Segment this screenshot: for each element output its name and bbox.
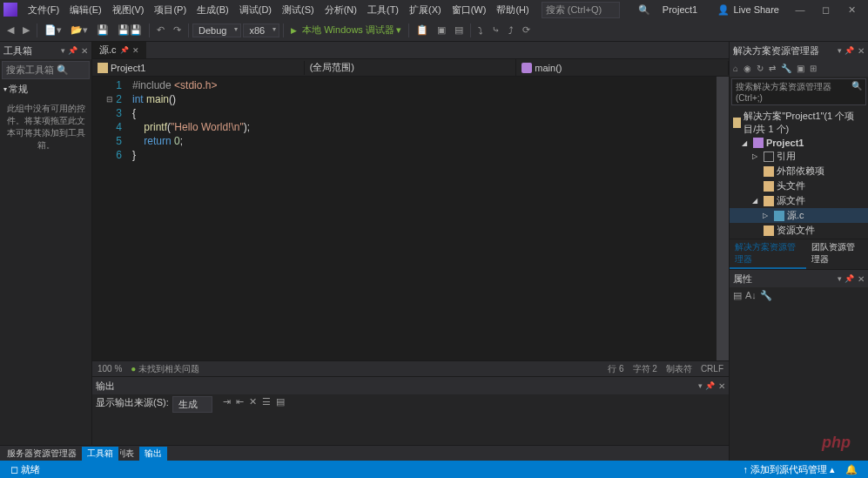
sol-tool-icon[interactable]: ◉ [742, 63, 753, 74]
new-item-button[interactable]: 📄▾ [41, 23, 65, 37]
step-over-button[interactable]: ⤵ [474, 24, 487, 37]
tree-project[interactable]: ◢Project1 [730, 137, 868, 149]
menu-analyze[interactable]: 分析(N) [320, 2, 362, 18]
home-icon[interactable]: ⌂ [731, 63, 740, 74]
menu-edit[interactable]: 编辑(E) [64, 2, 107, 18]
sol-tool-icon[interactable]: ⇄ [767, 63, 777, 74]
bottom-tabs-left: 服务器资源管理器 工具箱 [0, 445, 120, 461]
undo-button[interactable]: ↶ [153, 23, 168, 37]
tree-resources[interactable]: 资源文件 [730, 223, 868, 238]
nav-project[interactable]: Project1 [92, 61, 305, 75]
menu-build[interactable]: 生成(B) [192, 2, 234, 18]
vertical-scrollbar[interactable] [717, 77, 729, 360]
tb-icon-2[interactable]: ▣ [434, 23, 449, 37]
start-debug-button[interactable]: 本地 Windows 调试器 ▾ [287, 22, 405, 38]
output-tool-icon[interactable]: ▤ [276, 396, 285, 407]
output-tool-icon[interactable]: ⇥ [223, 396, 231, 407]
tab-pin-icon[interactable]: 📌 [120, 46, 129, 54]
platform-dropdown[interactable]: x86 [243, 24, 279, 37]
tb-icon-3[interactable]: ▤ [451, 23, 467, 37]
sol-tool-icon[interactable]: 🔧 [779, 63, 793, 74]
close-window-button[interactable]: ✕ [840, 4, 865, 16]
tab-server-explorer[interactable]: 服务器资源管理器 [2, 447, 82, 461]
close-icon[interactable]: ✕ [81, 46, 88, 56]
toolbox-search-input[interactable]: 搜索工具箱 🔍 [2, 61, 90, 79]
menu-view[interactable]: 视图(V) [107, 2, 150, 18]
editor-panel: 源.c 📌 ✕ Project1 (全局范围) main() 1 ⊟2 3 4 … [92, 42, 729, 461]
props-tool-icon[interactable]: 🔧 [760, 290, 772, 301]
tab-close-icon[interactable]: ✕ [132, 46, 139, 55]
tree-references[interactable]: ▷引用 [730, 149, 868, 164]
tree-external-deps[interactable]: 外部依赖项 [730, 164, 868, 178]
tb-icon-7[interactable]: ⟳ [519, 23, 534, 37]
indent-mode[interactable]: 制表符 [666, 363, 692, 375]
pin-icon[interactable]: ▾ 📌 [698, 381, 715, 390]
maximize-button[interactable]: ◻ [814, 4, 838, 16]
tree-headers[interactable]: 头文件 [730, 178, 868, 193]
menu-help[interactable]: 帮助(H) [491, 2, 534, 18]
search-icon: 🔍 [851, 81, 862, 103]
notifications-icon[interactable]: 🔔 [840, 464, 863, 475]
tab-output[interactable]: 输出 [139, 447, 167, 461]
solution-search-input[interactable]: 搜索解决方案资源管理器(Ctrl+;)🔍 [731, 78, 866, 105]
nav-scope[interactable]: (全局范围) [305, 59, 517, 76]
project-icon [753, 138, 764, 148]
menu-extensions[interactable]: 扩展(X) [404, 2, 447, 18]
solution-tree: 解决方案"Project1"(1 个项目/共 1 个) ◢Project1 ▷引… [730, 107, 868, 239]
menu-window[interactable]: 窗口(W) [447, 2, 492, 18]
step-out-button[interactable]: ⤴ [505, 24, 517, 37]
close-icon[interactable]: ✕ [718, 381, 725, 391]
tree-source-file[interactable]: ▷源.c [730, 208, 868, 223]
search-icon[interactable]: 🔍 [633, 4, 656, 16]
categorize-icon[interactable]: ▤ [733, 290, 742, 301]
menu-debug[interactable]: 调试(D) [234, 2, 277, 18]
file-tab-active[interactable]: 源.c 📌 ✕ [92, 42, 146, 58]
project-name-label: Project1 [663, 4, 697, 15]
output-header: 输出 ▾ 📌 ✕ [92, 377, 729, 394]
sol-tool-icon[interactable]: ▣ [795, 63, 806, 74]
sol-tool-icon[interactable]: ↻ [755, 63, 765, 74]
code-editor[interactable]: 1 ⊟2 3 4 5 6 #include <stdio.h> int main… [92, 77, 729, 360]
pin-icon[interactable]: ▾ 📌 [838, 274, 854, 283]
nav-forward-button[interactable]: ▶ [19, 23, 33, 37]
tree-sources[interactable]: ◢源文件 [730, 193, 868, 208]
tb-icon-1[interactable]: 📋 [413, 23, 432, 37]
menu-tools[interactable]: 工具(T) [362, 2, 404, 18]
pin-icon[interactable]: ▾ 📌 [61, 46, 77, 55]
menu-test[interactable]: 测试(S) [277, 2, 320, 18]
source-control-button[interactable]: ↑ 添加到源代码管理 ▴ [738, 463, 841, 476]
zoom-level[interactable]: 100 % [98, 364, 122, 374]
output-tool-icon[interactable]: ☰ [262, 396, 271, 407]
pin-icon[interactable]: ▾ 📌 [838, 46, 854, 55]
close-icon[interactable]: ✕ [858, 46, 865, 56]
open-button[interactable]: 📂▾ [67, 23, 91, 37]
close-icon[interactable]: ✕ [858, 274, 865, 284]
save-all-button[interactable]: 💾💾 [114, 23, 145, 37]
nav-back-button[interactable]: ◀ [3, 23, 17, 37]
toolbox-section-general[interactable]: 常规 [0, 81, 91, 98]
sol-tool-icon[interactable]: ⊞ [808, 63, 818, 74]
code-area[interactable]: #include <stdio.h> int main() { printf("… [129, 77, 729, 360]
output-tool-icon[interactable]: ✕ [249, 396, 257, 407]
quick-search-input[interactable]: 搜索 (Ctrl+Q) [542, 2, 620, 18]
fold-icon[interactable]: ⊟ [106, 92, 113, 106]
config-dropdown[interactable]: Debug [192, 24, 241, 37]
live-share-button[interactable]: 👤 Live Share [710, 4, 786, 16]
tab-solution-explorer[interactable]: 解决方案资源管理器 [730, 239, 806, 269]
output-source-dropdown[interactable]: 生成 [172, 396, 212, 413]
menu-file[interactable]: 文件(F) [23, 2, 64, 18]
menu-project[interactable]: 项目(P) [149, 2, 192, 18]
alphabetical-icon[interactable]: A↓ [745, 290, 757, 301]
tree-solution-root[interactable]: 解决方案"Project1"(1 个项目/共 1 个) [730, 109, 868, 137]
redo-button[interactable]: ↷ [170, 23, 185, 37]
step-into-button[interactable]: ⤷ [488, 23, 503, 37]
minimize-button[interactable]: — [788, 4, 812, 16]
tab-toolbox[interactable]: 工具箱 [82, 447, 118, 461]
tab-team-explorer[interactable]: 团队资源管理器 [806, 239, 868, 269]
save-button[interactable]: 💾 [93, 23, 112, 37]
nav-function[interactable]: main() [516, 61, 729, 75]
issues-indicator[interactable]: ●未找到相关问题 [131, 363, 199, 375]
eol-mode[interactable]: CRLF [701, 364, 723, 374]
file-tabs: 源.c 📌 ✕ [92, 42, 729, 59]
output-tool-icon[interactable]: ⇤ [236, 396, 244, 407]
